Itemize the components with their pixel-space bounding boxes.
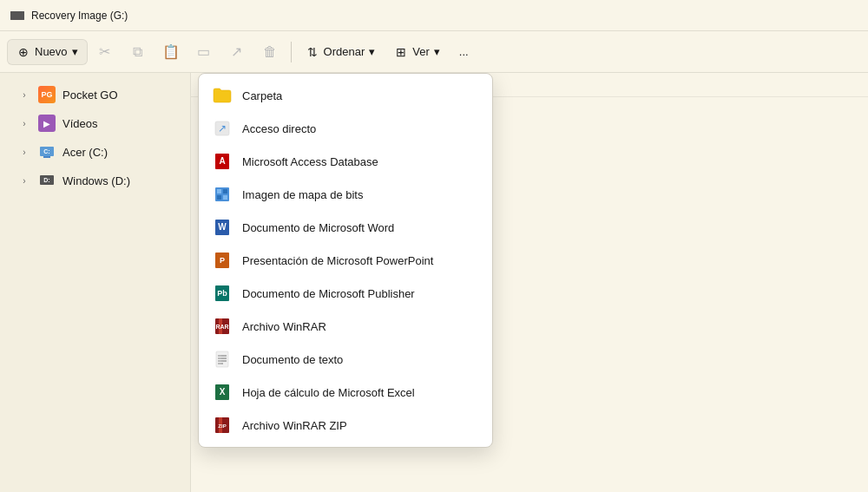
more-label: ... [459,45,469,58]
ver-arrow: ▾ [434,45,440,58]
sidebar-label-acer: Acer (C:) [62,146,108,159]
title-bar: Recovery Image (G:) [0,0,868,31]
videos-icon: ▶ [38,115,56,132]
svg-text:↗: ↗ [218,122,227,134]
dropdown-label-winrar: Archivo WinRAR [242,320,326,333]
sidebar-item-windows-d[interactable]: › D: Windows (D:) [3,167,187,194]
svg-text:C:: C: [43,148,49,154]
text-icon [213,350,232,369]
svg-text:ZIP: ZIP [218,423,226,429]
svg-text:X: X [220,387,226,397]
toolbar-separator [291,42,292,62]
ordenar-button[interactable]: ⇅ Ordenar ▾ [297,40,385,64]
share-button[interactable]: ↗ [221,36,253,68]
svg-rect-1 [43,156,50,158]
dropdown-item-winrar[interactable]: RAR Archivo WinRAR [199,310,492,343]
svg-text:RAR: RAR [215,324,228,330]
dropdown-item-acceso[interactable]: ↗ Acceso directo [199,112,492,145]
dropdown-item-ppt[interactable]: P Presentación de Microsoft PowerPoint [199,244,492,277]
dropdown-label-excel: Hoja de cálculo de Microsoft Excel [242,386,415,399]
acer-icon: C: [38,143,56,161]
sidebar-item-pocketgo[interactable]: › PG Pocket GO [3,81,187,108]
svg-rect-13 [223,195,227,200]
expand-icon-pocketgo: › [17,88,31,102]
dropdown-item-excel[interactable]: X Hoja de cálculo de Microsoft Excel [199,376,492,409]
sidebar-label-windows-d: Windows (D:) [62,174,130,187]
expand-icon-videos: › [17,116,31,130]
dropdown-item-access[interactable]: A Microsoft Access Database [199,145,492,178]
nuevo-button[interactable]: ⊕ Nuevo ▾ [7,39,88,65]
ver-button[interactable]: ⊞ Ver ▾ [385,40,449,64]
sidebar: › PG Pocket GO › ▶ Vídeos › C: Acer (C:) [0,73,191,492]
svg-rect-11 [223,189,227,194]
ppt-icon: P [213,251,232,270]
rename-button[interactable]: ▭ [188,36,220,68]
svg-text:W: W [218,222,227,232]
svg-text:D:: D: [43,177,49,183]
nuevo-icon: ⊕ [16,45,30,59]
toolbar: ⊕ Nuevo ▾ ✂ ⧉ 📋 ▭ ↗ 🗑 ⇅ Ordenar ▾ ⊞ Ver … [0,31,868,73]
dropdown-label-access: Microsoft Access Database [242,155,378,168]
windows-d-icon: D: [38,172,56,189]
dropdown-label-acceso: Acceso directo [242,122,316,135]
sidebar-label-videos: Vídeos [62,117,97,130]
publisher-icon: Pb [213,284,232,303]
ordenar-label: Ordenar [324,45,365,58]
svg-rect-23 [216,351,228,367]
winrarzip-icon: ZIP [213,416,232,435]
dropdown-label-carpeta: Carpeta [242,89,282,102]
title-bar-drive-icon [10,11,24,20]
dropdown-label-text: Documento de texto [242,353,343,366]
cut-button[interactable]: ✂ [89,36,121,68]
dropdown-item-word[interactable]: W Documento de Microsoft Word [199,211,492,244]
word-icon: W [213,218,232,237]
sidebar-item-acer[interactable]: › C: Acer (C:) [3,138,187,166]
carpeta-icon [213,86,232,105]
ordenar-icon: ⇅ [306,45,319,59]
main-container: › PG Pocket GO › ▶ Vídeos › C: Acer (C:) [0,73,868,492]
svg-text:P: P [220,256,225,265]
dropdown-item-carpeta[interactable]: Carpeta [199,79,492,112]
dropdown-label-word: Documento de Microsoft Word [242,221,394,234]
svg-rect-12 [217,195,221,200]
excel-icon: X [213,383,232,402]
nuevo-label: Nuevo [35,45,68,58]
access-icon: A [213,152,232,171]
dropdown-item-publisher[interactable]: Pb Documento de Microsoft Publisher [199,277,492,310]
sidebar-item-videos[interactable]: › ▶ Vídeos [3,109,187,137]
ver-icon: ⊞ [394,45,408,59]
svg-rect-10 [217,189,221,194]
dropdown-item-text[interactable]: Documento de texto [199,343,492,376]
dropdown-label-publisher: Documento de Microsoft Publisher [242,287,415,300]
dropdown-label-bitmap: Imagen de mapa de bits [242,188,363,201]
bitmap-icon [213,185,232,204]
sidebar-label-pocketgo: Pocket GO [62,89,118,102]
dropdown-item-winrarzip[interactable]: ZIP Archivo WinRAR ZIP [199,409,492,442]
expand-icon-windows-d: › [17,174,31,187]
svg-text:A: A [219,156,225,166]
copy-button[interactable]: ⧉ [122,36,154,68]
nuevo-dropdown-menu: Carpeta ↗ Acceso directo A [198,73,493,448]
title-bar-title: Recovery Image (G:) [31,10,128,22]
winrar-icon: RAR [213,317,232,336]
nuevo-arrow: ▾ [72,45,78,58]
dropdown-label-winrarzip: Archivo WinRAR ZIP [242,419,347,432]
acceso-icon: ↗ [213,119,232,138]
dropdown-item-bitmap[interactable]: Imagen de mapa de bits [199,178,492,211]
pocketgo-icon: PG [38,86,56,103]
dropdown-label-ppt: Presentación de Microsoft PowerPoint [242,254,433,267]
ver-label: Ver [412,45,430,58]
ordenar-arrow: ▾ [369,45,375,58]
expand-icon-acer: › [17,145,31,159]
svg-text:Pb: Pb [217,289,227,298]
delete-button[interactable]: 🗑 [254,36,286,68]
paste-button[interactable]: 📋 [155,36,187,68]
more-button[interactable]: ... [450,40,477,63]
content-area: ery Image (G:) › Carpeta ↗ [191,73,868,492]
